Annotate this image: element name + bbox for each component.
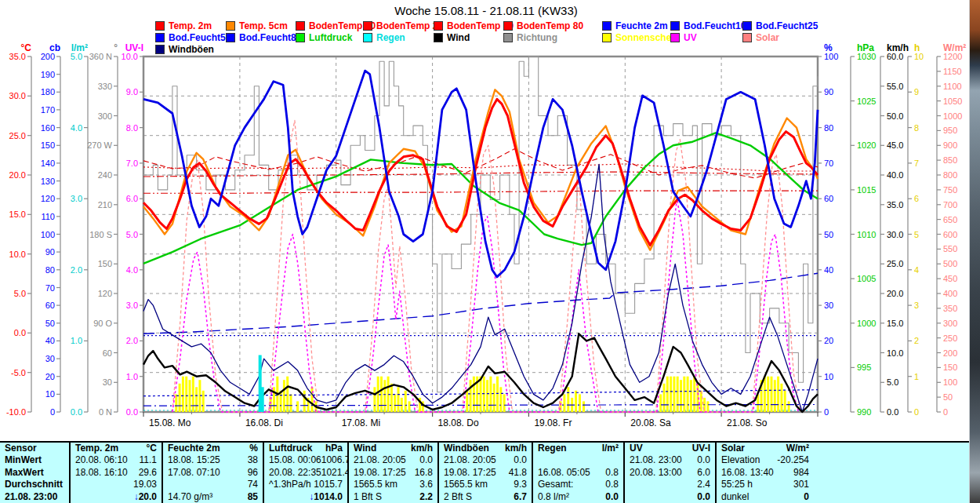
svg-text:55.0: 55.0: [887, 82, 903, 91]
svg-text:4.0: 4.0: [126, 265, 138, 275]
svg-text:1000: 1000: [943, 111, 962, 121]
table-cell: 20.08. 22:351021.4: [264, 467, 347, 479]
table-cell: 20.08. 06:1011.1: [71, 454, 162, 466]
svg-text:700: 700: [943, 200, 957, 210]
svg-text:900: 900: [943, 140, 957, 150]
svg-text:300: 300: [943, 319, 957, 328]
sunshine-bar: [480, 377, 482, 412]
sunshine-bar: [394, 394, 396, 412]
sunshine-bar: [496, 377, 499, 412]
svg-text:50: 50: [45, 319, 55, 328]
svg-text:9.0: 9.0: [126, 87, 138, 97]
sunshine-bar: [788, 401, 790, 412]
table-header: UVUV-I: [625, 443, 715, 454]
svg-text:2.0: 2.0: [126, 336, 138, 345]
table-cell: ↓1014.0: [264, 491, 347, 503]
table-header: Regenl/m²: [533, 443, 623, 454]
svg-text:4: 4: [914, 265, 919, 275]
axis-unit-Wm: W/m²: [943, 42, 966, 53]
sunshine-bar: [663, 384, 666, 412]
table-col-luftdruck: LuftdruckhPa15.08. 00:061006.720.08. 22:…: [263, 443, 347, 503]
svg-text:150: 150: [98, 259, 112, 268]
svg-text:190: 190: [41, 70, 55, 79]
svg-text:450: 450: [943, 274, 957, 283]
sunshine-bar: [175, 394, 177, 412]
svg-text:240: 240: [98, 170, 112, 180]
sunshine-bar: [764, 377, 766, 412]
axis-unit-h: h: [914, 42, 920, 53]
table-cell: 15.08. 00:061006.7: [264, 454, 347, 466]
sunshine-bar: [483, 377, 485, 412]
svg-text:50: 50: [824, 230, 833, 239]
sunshine-bar: [774, 380, 776, 412]
svg-text:990: 990: [857, 407, 871, 417]
table-cell: 18.08. 15:2538: [163, 454, 263, 466]
sunshine-bar: [466, 391, 468, 412]
sunshine-bar: [486, 380, 488, 412]
svg-text:170: 170: [41, 105, 55, 115]
svg-text:1000: 1000: [857, 319, 876, 328]
rain-bar: [261, 387, 264, 412]
svg-text:40: 40: [824, 265, 833, 275]
sunshine-bar: [677, 377, 679, 412]
table-cell: 19.03: [71, 479, 162, 490]
svg-text:1.0: 1.0: [71, 336, 82, 345]
sunshine-bar: [499, 387, 502, 412]
svg-text:800: 800: [943, 170, 957, 180]
sunshine-bar: [286, 377, 289, 412]
sunshine-bar: [185, 377, 187, 412]
sunshine-bar: [706, 401, 709, 412]
sunshine-bar: [771, 377, 773, 412]
svg-text:-5.0: -5.0: [11, 368, 26, 377]
svg-text:30.0: 30.0: [9, 91, 26, 100]
svg-text:2: 2: [914, 336, 919, 345]
svg-text:25.0: 25.0: [887, 259, 903, 268]
table-cell: [533, 454, 623, 466]
svg-text:2.0: 2.0: [71, 265, 82, 275]
svg-text:0.0: 0.0: [14, 328, 26, 337]
table-cell: 2.4: [625, 479, 715, 490]
table-cell: 74: [163, 479, 263, 490]
svg-text:25.0: 25.0: [9, 131, 26, 140]
sunshine-bar: [270, 398, 272, 412]
table-cell: 21.08. 20:050.0: [349, 454, 437, 466]
table-cell: 0.8 l/m²0.0: [533, 491, 623, 503]
table-row-label: Durchschnitt: [0, 479, 69, 490]
svg-text:550: 550: [943, 244, 957, 253]
svg-text:60: 60: [824, 194, 833, 203]
svg-text:0.0: 0.0: [887, 407, 898, 417]
sunshine-bar: [383, 380, 386, 412]
sunshine-bar: [777, 377, 779, 412]
svg-text:3: 3: [914, 301, 919, 310]
sunshine-bar: [195, 387, 198, 412]
svg-text:1005: 1005: [857, 274, 876, 283]
svg-text:300: 300: [98, 111, 112, 121]
svg-text:650: 650: [943, 215, 957, 224]
svg-text:10.0: 10.0: [887, 348, 903, 358]
svg-text:140: 140: [41, 159, 55, 168]
table-cell: dunkel0: [717, 491, 814, 503]
series-richtung: [143, 56, 818, 392]
svg-text:1010: 1010: [857, 230, 876, 239]
sunshine-bar: [563, 394, 565, 412]
sunshine-bar: [670, 377, 672, 412]
svg-text:100: 100: [41, 230, 55, 239]
table-row-label: MinWert: [0, 454, 69, 466]
svg-text:5.0: 5.0: [126, 230, 138, 239]
sunshine-bar: [283, 380, 285, 412]
stats-table: SensorMinWertMaxWertDurchschnitt21.08. 2…: [0, 441, 980, 503]
svg-text:30: 30: [824, 301, 833, 310]
sunshine-bar: [503, 394, 506, 412]
svg-text:1015: 1015: [857, 185, 876, 195]
svg-text:35.0: 35.0: [887, 200, 903, 210]
x-day-label: 21.08. So: [727, 417, 768, 428]
svg-text:270 W: 270 W: [87, 140, 112, 150]
svg-text:330: 330: [98, 82, 112, 91]
svg-text:1150: 1150: [943, 67, 962, 76]
svg-text:20.0: 20.0: [887, 289, 903, 298]
svg-text:9: 9: [914, 87, 919, 97]
sunshine-bar: [397, 387, 400, 412]
svg-text:350: 350: [943, 304, 957, 313]
sunshine-bar: [489, 377, 492, 412]
svg-text:3.0: 3.0: [71, 194, 82, 203]
